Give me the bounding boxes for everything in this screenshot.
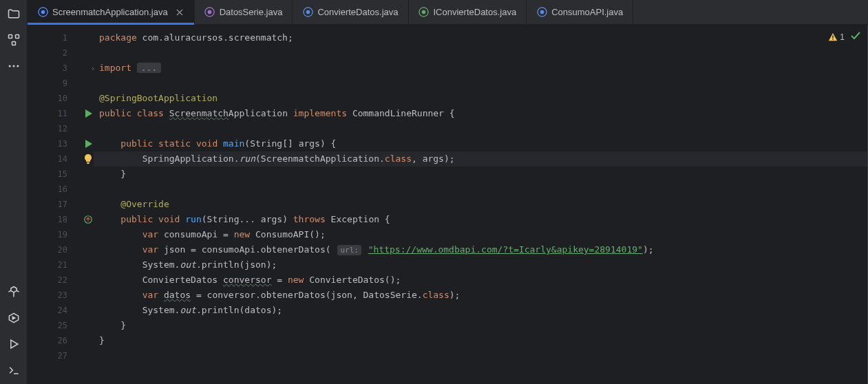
tab-label: DatosSerie.java <box>220 7 283 17</box>
editor-tab[interactable]: IConvierteDatos.java <box>409 0 527 24</box>
editor-tab[interactable]: DatosSerie.java <box>195 0 293 24</box>
warning-icon <box>828 32 838 42</box>
build-tool-icon[interactable] <box>6 284 22 300</box>
terminal-tool-icon[interactable] <box>6 362 22 378</box>
line-number: 13 <box>40 139 67 149</box>
line-number: 12 <box>40 124 67 134</box>
line-number: 17 <box>40 200 67 209</box>
line-number: 19 <box>40 230 67 239</box>
line-number: 14 <box>40 154 67 164</box>
line-number: 2 <box>40 48 67 58</box>
tab-label: ConsumoAPI.java <box>551 7 623 17</box>
svg-point-5 <box>17 65 19 67</box>
line-number: 23 <box>40 290 67 300</box>
svg-rect-17 <box>833 35 834 38</box>
java-file-icon <box>302 7 313 18</box>
override-icon[interactable] <box>83 215 94 224</box>
line-number: 25 <box>40 321 67 330</box>
svg-point-7 <box>41 10 45 14</box>
line-number: 9 <box>40 78 67 88</box>
svg-point-13 <box>422 10 426 14</box>
line-number: 10 <box>40 94 67 103</box>
param-hint: url: <box>337 245 361 255</box>
java-file-icon <box>419 7 430 18</box>
left-tool-rail <box>0 0 28 384</box>
folded-imports[interactable]: ... <box>137 63 161 73</box>
svg-point-11 <box>306 10 310 14</box>
intention-bulb-icon[interactable] <box>83 153 94 164</box>
code-editor[interactable]: package com.aluracursos.screenmatch; imp… <box>94 25 868 384</box>
java-file-icon <box>204 7 215 18</box>
project-tool-icon[interactable] <box>6 6 22 22</box>
line-number: 27 <box>40 351 67 361</box>
editor-area: ScreenmatchApplication.javaDatosSerie.ja… <box>28 0 868 384</box>
svg-rect-18 <box>833 39 834 39</box>
line-number: 18 <box>40 215 67 224</box>
svg-rect-0 <box>8 35 12 39</box>
check-icon <box>850 30 861 43</box>
line-number: 26 <box>40 336 67 345</box>
line-number: 20 <box>40 245 67 255</box>
close-tab-icon[interactable] <box>175 8 184 17</box>
svg-rect-2 <box>12 42 15 45</box>
line-number: 22 <box>40 275 67 285</box>
tab-label: ConvierteDatos.java <box>317 7 398 17</box>
line-number: 3 <box>40 63 67 73</box>
structure-tool-icon[interactable] <box>6 32 22 48</box>
line-number: 11 <box>40 109 67 118</box>
tab-label: ScreenmatchApplication.java <box>52 7 168 17</box>
gutter: 1 2 3› 9 10 11 12 13 14 15 16 17 18 19 2… <box>28 25 94 384</box>
services-tool-icon[interactable] <box>6 310 22 326</box>
warning-count: 1 <box>840 32 845 42</box>
run-tool-icon[interactable] <box>6 336 22 352</box>
svg-point-15 <box>540 10 544 14</box>
line-number: 15 <box>40 169 67 179</box>
java-file-icon <box>37 7 48 18</box>
java-file-icon <box>536 7 547 18</box>
svg-point-9 <box>208 10 212 14</box>
editor-tab[interactable]: ScreenmatchApplication.java <box>28 0 195 24</box>
editor-tab[interactable]: ConsumoAPI.java <box>527 0 633 24</box>
line-number: 21 <box>40 260 67 270</box>
editor-tab[interactable]: ConvierteDatos.java <box>293 0 408 24</box>
line-number: 16 <box>40 184 67 194</box>
run-method-icon[interactable] <box>83 138 94 149</box>
svg-point-4 <box>12 65 14 67</box>
tab-label: IConvierteDatos.java <box>434 7 517 17</box>
inspection-status[interactable]: 1 <box>828 30 861 43</box>
line-number: 24 <box>40 306 67 315</box>
tab-bar: ScreenmatchApplication.javaDatosSerie.ja… <box>28 0 868 25</box>
svg-rect-1 <box>15 35 19 39</box>
more-tool-icon[interactable] <box>6 58 22 74</box>
run-class-icon[interactable] <box>83 108 94 119</box>
line-number: 1 <box>40 33 67 43</box>
svg-point-3 <box>8 65 10 67</box>
